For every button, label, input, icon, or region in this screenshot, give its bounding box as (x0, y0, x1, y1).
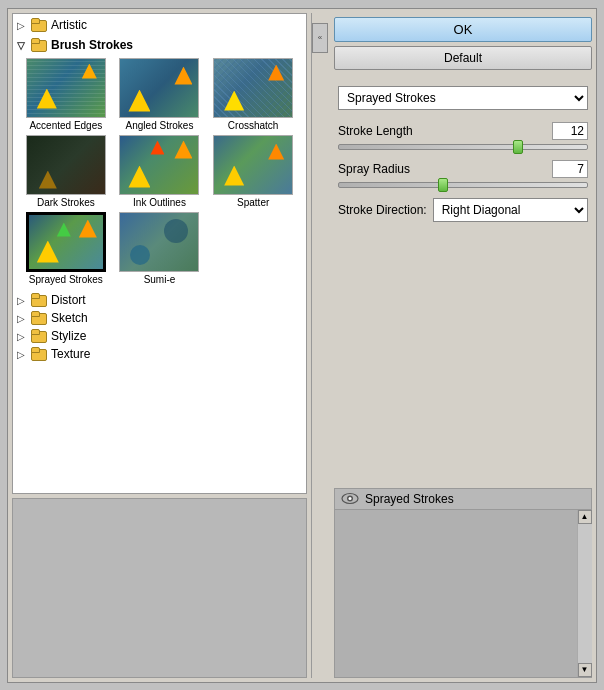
thumb-img-crosshatch (213, 58, 293, 118)
filter-select[interactable]: Sprayed Strokes Accented Edges Angled St… (338, 86, 588, 110)
effect-preview-content: ▲ ▼ (335, 510, 591, 677)
filter-list: ▷ Artistic ▽ Brush Strokes (12, 13, 307, 494)
folder-icon-texture (31, 347, 47, 361)
thumb-label-spatter: Spatter (237, 197, 269, 208)
triangle-artistic: ▷ (17, 20, 27, 30)
right-panel: OK Default Sprayed Strokes Accented Edge… (328, 13, 592, 678)
thumb-item-sumie[interactable]: Sumi-e (115, 212, 205, 285)
effect-preview-header: Sprayed Strokes (335, 489, 591, 510)
stroke-length-label: Stroke Length (338, 124, 413, 138)
thumb-img-dark (26, 135, 106, 195)
effect-preview-panel: Sprayed Strokes ▲ ▼ (334, 488, 592, 678)
thumb-img-accented (26, 58, 106, 118)
settings-area: Sprayed Strokes Accented Edges Angled St… (334, 78, 592, 484)
category-texture[interactable]: ▷ Texture (13, 345, 306, 363)
category-label-artistic: Artistic (51, 18, 87, 32)
thumb-img-ink (119, 135, 199, 195)
spray-radius-slider[interactable] (338, 182, 588, 188)
category-stylize[interactable]: ▷ Stylize (13, 327, 306, 345)
thumb-item-dark[interactable]: Dark Strokes (21, 135, 111, 208)
scroll-down-button[interactable]: ▼ (578, 663, 592, 677)
thumb-label-crosshatch: Crosshatch (228, 120, 279, 131)
thumb-label-sprayed: Sprayed Strokes (29, 274, 103, 285)
category-label-distort: Distort (51, 293, 86, 307)
stroke-direction-row: Stroke Direction: Right Diagonal Left Di… (338, 198, 588, 222)
thumb-item-crosshatch[interactable]: Crosshatch (208, 58, 298, 131)
thumb-img-sumie (119, 212, 199, 272)
effect-preview-title: Sprayed Strokes (365, 492, 454, 506)
category-label-sketch: Sketch (51, 311, 88, 325)
right-top: OK Default (334, 13, 592, 78)
svg-point-2 (349, 497, 352, 500)
category-distort[interactable]: ▷ Distort (13, 291, 306, 309)
preview-area-left (12, 498, 307, 678)
thumb-label-sumie: Sumi-e (144, 274, 176, 285)
main-container: ▷ Artistic ▽ Brush Strokes (7, 8, 597, 683)
category-label-texture: Texture (51, 347, 90, 361)
default-button[interactable]: Default (334, 46, 592, 70)
left-panel: ▷ Artistic ▽ Brush Strokes (12, 13, 312, 678)
folder-icon-artistic (31, 18, 47, 32)
stroke-length-slider[interactable] (338, 144, 588, 150)
spray-radius-input[interactable] (552, 160, 588, 178)
filter-dropdown-row: Sprayed Strokes Accented Edges Angled St… (338, 86, 588, 110)
stroke-length-thumb[interactable] (513, 140, 523, 154)
stroke-length-header: Stroke Length (338, 122, 588, 140)
category-brush-strokes[interactable]: ▽ Brush Strokes (13, 36, 306, 54)
triangle-stylize: ▷ (17, 331, 27, 341)
effect-preview-scrollbar: ▲ ▼ (577, 510, 591, 677)
thumb-label-ink: Ink Outlines (133, 197, 186, 208)
category-artistic[interactable]: ▷ Artistic (13, 16, 306, 34)
thumb-label-accented: Accented Edges (29, 120, 102, 131)
folder-icon-stylize (31, 329, 47, 343)
folder-icon-sketch (31, 311, 47, 325)
folder-icon-brush (31, 38, 47, 52)
ok-button[interactable]: OK (334, 17, 592, 42)
thumb-img-angled (119, 58, 199, 118)
stroke-direction-label: Stroke Direction: (338, 203, 427, 217)
stroke-direction-select[interactable]: Right Diagonal Left Diagonal Vertical Ho… (433, 198, 588, 222)
stroke-length-input[interactable] (552, 122, 588, 140)
scroll-up-button[interactable]: ▲ (578, 510, 592, 524)
category-label-stylize: Stylize (51, 329, 86, 343)
scroll-track (578, 524, 592, 663)
stroke-length-row: Stroke Length (338, 122, 588, 150)
thumb-item-spatter[interactable]: Spatter (208, 135, 298, 208)
main-inner: ▷ Artistic ▽ Brush Strokes (12, 13, 592, 678)
spray-radius-label: Spray Radius (338, 162, 410, 176)
spray-radius-header: Spray Radius (338, 160, 588, 178)
thumb-img-spatter (213, 135, 293, 195)
thumb-label-dark: Dark Strokes (37, 197, 95, 208)
category-label-brush: Brush Strokes (51, 38, 133, 52)
triangle-distort: ▷ (17, 295, 27, 305)
collapse-panel-button[interactable]: « (312, 23, 328, 53)
eye-icon[interactable] (341, 492, 359, 505)
category-sketch[interactable]: ▷ Sketch (13, 309, 306, 327)
thumb-item-sprayed[interactable]: Sprayed Strokes (21, 212, 111, 285)
triangle-texture: ▷ (17, 349, 27, 359)
folder-icon-distort (31, 293, 47, 307)
brush-strokes-section: ▽ Brush Strokes Accented Edges (13, 34, 306, 291)
thumb-img-sprayed (26, 212, 106, 272)
effect-preview-body (335, 510, 577, 677)
thumbnail-grid: Accented Edges Angled Strokes (13, 54, 306, 289)
triangle-brush: ▽ (17, 40, 27, 50)
spray-radius-row: Spray Radius (338, 160, 588, 188)
thumb-item-ink[interactable]: Ink Outlines (115, 135, 205, 208)
thumb-item-accented[interactable]: Accented Edges (21, 58, 111, 131)
thumb-label-angled: Angled Strokes (126, 120, 194, 131)
thumb-item-angled[interactable]: Angled Strokes (115, 58, 205, 131)
spray-radius-thumb[interactable] (438, 178, 448, 192)
triangle-sketch: ▷ (17, 313, 27, 323)
chevron-left-icon: « (318, 33, 322, 42)
